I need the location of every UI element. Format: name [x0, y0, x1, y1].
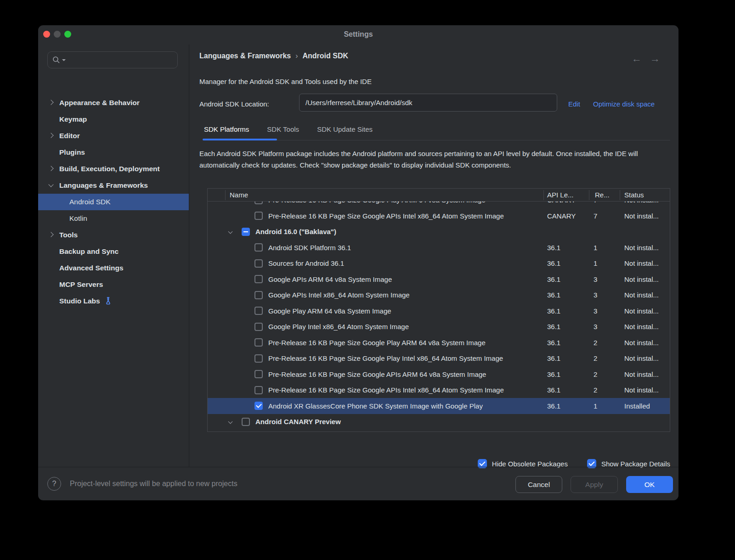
breadcrumb-languages-frameworks[interactable]: Languages & Frameworks [199, 52, 291, 60]
titlebar: Settings [38, 25, 678, 45]
revision: 1 [594, 240, 619, 256]
row-checkbox[interactable] [254, 212, 263, 220]
row-checkbox[interactable] [254, 338, 263, 347]
search-icon [52, 56, 60, 64]
optimize-disk-space-link[interactable]: Optimize disk space [593, 100, 655, 108]
sidebar-item-keymap[interactable]: Keymap [38, 111, 189, 128]
sidebar-item-editor[interactable]: Editor [38, 128, 189, 144]
ok-button[interactable]: OK [626, 476, 673, 493]
package-name: Google Play Intel x86_64 Atom System Ima… [268, 319, 543, 335]
settings-tree: Appearance & BehaviorKeymapEditorPlugins… [38, 95, 189, 309]
table-row[interactable]: Google APIs Intel x86_64 Atom System Ima… [208, 287, 670, 303]
table-row[interactable] [208, 430, 670, 432]
row-checkbox[interactable] [254, 370, 263, 378]
chevron-down-icon[interactable] [228, 229, 233, 234]
cancel-button[interactable]: Cancel [515, 476, 562, 493]
sidebar-item-android-sdk[interactable]: Android SDK [38, 194, 189, 210]
chevron-right-icon[interactable] [48, 232, 53, 237]
page-description: Manager for the Android SDK and Tools us… [199, 78, 372, 85]
table-group-row[interactable]: Android 16.0 ("Baklava") [208, 224, 670, 240]
tab-sdk-tools[interactable]: SDK Tools [267, 125, 299, 139]
table-row[interactable]: Android SDK Platform 36.136.11Not instal… [208, 240, 670, 256]
row-checkbox[interactable] [254, 323, 263, 331]
row-checkbox[interactable] [254, 202, 263, 204]
revision: 1 [594, 398, 619, 414]
history-nav: ←→ [632, 53, 668, 65]
package-name: Android CANARY Preview [255, 414, 543, 430]
option-label: Show Package Details [601, 460, 670, 468]
table-row[interactable]: Google Play ARM 64 v8a System Image36.13… [208, 303, 670, 319]
row-checkbox[interactable] [254, 243, 263, 252]
settings-window: Settings Appearance & BehaviorKeymapEdit… [38, 25, 678, 500]
chevron-down-icon[interactable] [48, 182, 53, 187]
row-checkbox[interactable] [242, 228, 250, 236]
breadcrumb: Languages & Frameworks›Android SDK [199, 52, 348, 60]
package-name: Android SDK Platform 36.1 [268, 240, 543, 256]
row-checkbox[interactable] [242, 418, 250, 426]
sdk-location-value: /Users/rferrese/Library/Android/sdk [305, 99, 413, 106]
table-row[interactable]: Pre-Release 16 KB Page Size Google Play … [208, 202, 670, 208]
row-checkbox[interactable] [254, 386, 263, 394]
column-separator [589, 190, 589, 200]
sidebar-item-advanced-settings[interactable]: Advanced Settings [38, 260, 189, 276]
column-separator [543, 190, 544, 200]
revision: 3 [594, 287, 619, 303]
tab-sdk-platforms[interactable]: SDK Platforms [204, 125, 249, 139]
tab-sdk-update-sites[interactable]: SDK Update Sites [317, 125, 373, 139]
row-checkbox[interactable] [254, 402, 263, 410]
row-checkbox[interactable] [254, 307, 263, 315]
status: Installed [624, 398, 669, 414]
package-name: Sources for Android 36.1 [268, 256, 543, 272]
package-name: Google APIs Intel x86_64 Atom System Ima… [268, 287, 543, 303]
api-level: 36.1 [547, 303, 588, 319]
sidebar-item-label: Editor [59, 132, 80, 140]
row-checkbox[interactable] [254, 259, 263, 268]
package-name: Google APIs ARM 64 v8a System Image [268, 271, 543, 287]
sidebar-item-tools[interactable]: Tools [38, 227, 189, 243]
back-arrow-icon[interactable]: ← [632, 53, 650, 64]
table-row[interactable]: Pre-Release 16 KB Page Size Google APIs … [208, 382, 670, 398]
search-input[interactable] [47, 51, 178, 68]
package-name: Pre-Release 16 KB Page Size Google APIs … [268, 366, 543, 382]
table-row[interactable]: Google Play Intel x86_64 Atom System Ima… [208, 319, 670, 335]
package-name: Android 16.0 ("Baklava") [255, 224, 543, 240]
table-group-row[interactable]: Android CANARY Preview [208, 414, 670, 430]
sidebar-item-languages-frameworks[interactable]: Languages & Frameworks [38, 177, 189, 194]
chevron-right-icon[interactable] [48, 166, 53, 171]
table-row[interactable]: Pre-Release 16 KB Page Size Google APIs … [208, 208, 670, 224]
sidebar-item-mcp-servers[interactable]: MCP Servers [38, 276, 189, 293]
sidebar-item-label: Languages & Frameworks [59, 181, 148, 190]
table-row[interactable]: Android XR GlassesCore Phone SDK System … [208, 398, 670, 414]
help-button[interactable]: ? [47, 477, 61, 491]
row-checkbox[interactable] [254, 275, 263, 283]
row-checkbox[interactable] [254, 291, 263, 299]
package-name: Pre-Release 16 KB Page Size Google APIs … [268, 382, 543, 398]
chevron-down-icon[interactable] [228, 419, 233, 424]
table-row[interactable]: Google APIs ARM 64 v8a System Image36.13… [208, 271, 670, 287]
apply-button[interactable]: Apply [571, 476, 618, 493]
sidebar-item-appearance-behavior[interactable]: Appearance & Behavior [38, 95, 189, 111]
column-header-name: Name [230, 189, 248, 201]
sdk-location-field[interactable]: /Users/rferrese/Library/Android/sdk [299, 94, 557, 112]
column-separator [620, 190, 620, 200]
status: Not instal... [624, 256, 669, 272]
table-row[interactable]: Sources for Android 36.136.11Not instal.… [208, 256, 670, 272]
sidebar-item-kotlin[interactable]: Kotlin [38, 210, 189, 227]
bottom-bar: ? Project-level settings will be applied… [38, 467, 678, 500]
sidebar-item-studio-labs[interactable]: Studio Labs [38, 293, 189, 309]
status: Not instal... [624, 303, 669, 319]
forward-arrow-icon[interactable]: → [650, 53, 668, 64]
row-checkbox[interactable] [254, 354, 263, 363]
sidebar-item-backup-and-sync[interactable]: Backup and Sync [38, 243, 189, 260]
sidebar-item-plugins[interactable]: Plugins [38, 144, 189, 161]
table-row[interactable]: Pre-Release 16 KB Page Size Google Play … [208, 335, 670, 351]
sidebar-item-label: MCP Servers [59, 280, 103, 289]
sidebar-item-build-execution-deployment[interactable]: Build, Execution, Deployment [38, 161, 189, 177]
column-separator [225, 190, 226, 200]
table-row[interactable]: Pre-Release 16 KB Page Size Google APIs … [208, 366, 670, 382]
chevron-right-icon[interactable] [48, 133, 53, 138]
status: Not instal... [624, 287, 669, 303]
chevron-right-icon[interactable] [48, 100, 53, 105]
edit-link[interactable]: Edit [568, 100, 580, 108]
table-row[interactable]: Pre-Release 16 KB Page Size Google Play … [208, 351, 670, 367]
